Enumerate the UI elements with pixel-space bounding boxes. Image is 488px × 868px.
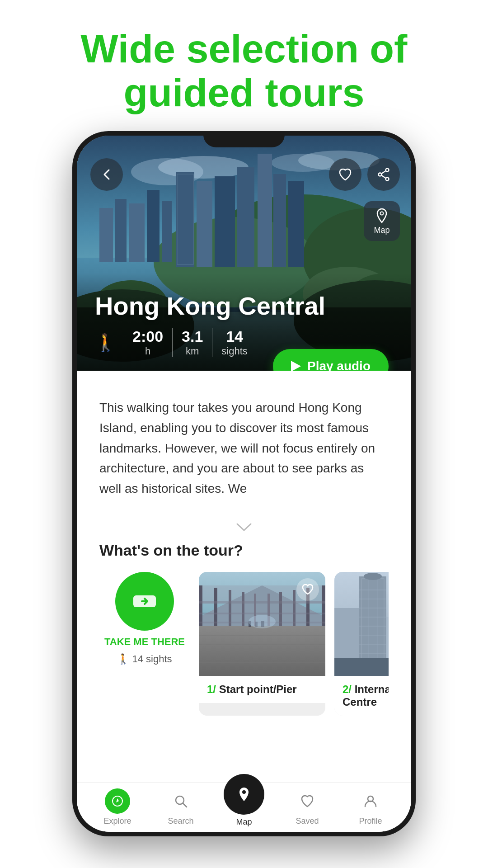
page-header: Wide selection of guided tours — [0, 0, 488, 133]
share-button[interactable] — [367, 158, 400, 191]
duration-stat: 2:00 h — [123, 328, 173, 357]
map-button-label: Map — [374, 226, 389, 235]
nav-map-label: Map — [236, 817, 252, 827]
sight-card-2-image — [334, 572, 389, 676]
expand-arrow[interactable] — [77, 513, 411, 542]
svg-rect-20 — [288, 181, 304, 267]
svg-rect-11 — [129, 203, 145, 262]
play-icon — [291, 361, 301, 371]
svg-line-32 — [382, 175, 386, 178]
svg-rect-48 — [199, 601, 325, 604]
svg-rect-49 — [199, 613, 325, 614]
svg-rect-15 — [197, 181, 212, 267]
sights-unit: sights — [221, 345, 247, 357]
svg-rect-14 — [176, 172, 194, 267]
bottom-navigation: Explore Search — [77, 782, 411, 832]
back-button[interactable] — [90, 158, 123, 191]
svg-point-28 — [386, 169, 389, 172]
svg-rect-17 — [237, 167, 254, 267]
nav-saved-label: Saved — [296, 816, 319, 826]
svg-point-2 — [158, 156, 249, 179]
description-text: This walking tour takes you around Hong … — [99, 398, 389, 499]
svg-rect-12 — [147, 190, 160, 262]
svg-point-30 — [386, 178, 389, 181]
search-icon — [168, 788, 193, 814]
nav-item-profile[interactable]: Profile — [339, 788, 402, 826]
section-title: What's on the tour? — [99, 542, 389, 559]
phone-notch — [203, 131, 285, 147]
tour-section: What's on the tour? TAKE ME THERE 🚶 — [77, 542, 411, 729]
sight-card-1-image — [199, 572, 325, 676]
svg-rect-18 — [258, 154, 272, 267]
walk-small-icon: 🚶 — [117, 653, 129, 665]
svg-rect-51 — [199, 626, 325, 676]
svg-point-29 — [379, 173, 382, 176]
sight-card-1[interactable]: 1/ Start point/Pier — [199, 572, 325, 716]
hero-image: Map Hong Kong Central 🚶 2:00 h 3.1 km — [77, 136, 411, 371]
take-me-there-sights: 🚶 14 sights — [117, 653, 172, 665]
svg-point-76 — [364, 573, 382, 580]
walk-icon: 🚶 — [95, 333, 116, 353]
sight-1-heart-icon[interactable] — [296, 578, 319, 601]
svg-rect-10 — [115, 199, 127, 262]
svg-rect-9 — [99, 208, 113, 262]
phone-frame: Map Hong Kong Central 🚶 2:00 h 3.1 km — [72, 131, 416, 836]
distance-stat: 3.1 km — [173, 328, 212, 357]
nav-profile-label: Profile — [359, 816, 382, 826]
svg-point-81 — [242, 790, 246, 794]
map-nav-icon — [224, 774, 264, 815]
nav-search-label: Search — [168, 816, 193, 826]
map-button[interactable]: Map — [364, 201, 400, 241]
duration-unit: h — [145, 345, 150, 357]
play-audio-button[interactable]: Play audio — [273, 349, 389, 371]
sights-stat: 14 sights — [212, 328, 256, 357]
sights-value: 14 — [226, 328, 243, 345]
nav-item-saved[interactable]: Saved — [276, 788, 339, 826]
nav-explore-label: Explore — [103, 816, 131, 826]
phone-screen: Map Hong Kong Central 🚶 2:00 h 3.1 km — [77, 136, 411, 832]
take-me-there-icon — [115, 572, 174, 631]
distance-unit: km — [186, 345, 199, 357]
description-section: This walking tour takes you around Hong … — [77, 371, 411, 513]
sight-card-2-label: 2/ InternationCentre — [334, 676, 389, 716]
sights-count: 14 sights — [132, 653, 172, 665]
play-audio-label: Play audio — [307, 359, 371, 371]
sight-card-1-label: 1/ Start point/Pier — [199, 676, 325, 703]
duration-value: 2:00 — [132, 328, 163, 345]
person-icon — [358, 788, 383, 814]
svg-point-33 — [380, 212, 384, 215]
nav-item-map[interactable]: Map — [212, 788, 276, 827]
svg-rect-16 — [215, 176, 235, 267]
compass-icon — [105, 788, 130, 814]
svg-rect-77 — [334, 658, 389, 676]
svg-line-80 — [183, 803, 187, 807]
distance-value: 3.1 — [182, 328, 203, 345]
tour-title: Hong Kong Central — [95, 291, 393, 321]
take-me-there-card[interactable]: TAKE ME THERE 🚶 14 sights — [99, 572, 190, 716]
sight-card-2[interactable]: 2/ InternationCentre — [334, 572, 389, 716]
svg-line-31 — [382, 171, 386, 174]
nav-item-explore[interactable]: Explore — [86, 788, 149, 826]
nav-item-search[interactable]: Search — [149, 788, 212, 826]
favorite-button[interactable] — [329, 158, 361, 191]
take-me-there-label: TAKE ME THERE — [104, 636, 185, 648]
tour-cards: TAKE ME THERE 🚶 14 sights — [99, 572, 389, 716]
svg-rect-19 — [273, 174, 286, 267]
svg-rect-13 — [162, 201, 172, 262]
heart-icon — [295, 788, 320, 814]
page-title: Wide selection of guided tours — [18, 27, 470, 115]
svg-point-59 — [249, 615, 276, 628]
